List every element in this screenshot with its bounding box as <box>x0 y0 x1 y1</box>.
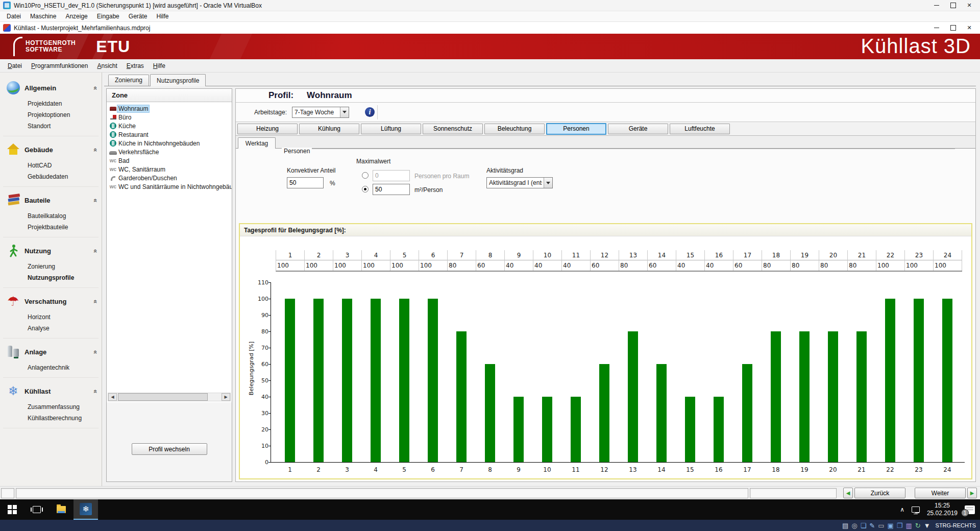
sidebar-item-horizont[interactable]: Horizont <box>28 311 99 323</box>
zone-item-büro[interactable]: Büro <box>108 113 231 122</box>
personen-pro-raum-input[interactable] <box>373 170 410 181</box>
tray-chevron-up-icon[interactable]: ∧ <box>900 506 904 513</box>
app-close-icon[interactable] <box>966 25 973 32</box>
profile-tab-geräte[interactable]: Geräte <box>608 124 668 134</box>
collapse-chevron-icon[interactable]: « <box>92 299 100 303</box>
app-menu-extras[interactable]: Extras <box>122 61 149 70</box>
sidebar-item-hottcad[interactable]: HottCAD <box>28 160 99 171</box>
dropdown-arrow-icon[interactable] <box>544 178 552 188</box>
app-maximize-icon[interactable] <box>949 25 957 32</box>
profile-tab-luftfeuchte[interactable]: Luftfeuchte <box>670 124 730 134</box>
scroll-right-icon[interactable]: ▶ <box>222 393 230 401</box>
vbox-menu-anzeige[interactable]: Anzeige <box>61 12 92 21</box>
zone-item-verkehrsfläche[interactable]: Verkehrsfläche <box>108 148 231 156</box>
menu-arrow-icon[interactable]: ▼ <box>924 522 930 529</box>
vbox-menu-eingabe[interactable]: Eingabe <box>92 12 124 21</box>
sidebar-item-nutzungsprofile[interactable]: Nutzungsprofile <box>28 272 99 283</box>
sidebar-item-zusammenfassung[interactable]: Zusammenfassung <box>28 401 99 413</box>
sidebar-item-anlagentechnik[interactable]: Anlagentechnik <box>28 362 99 373</box>
network-icon[interactable]: ❏ <box>861 522 867 529</box>
sidebar-group-header-nutzung[interactable]: Nutzung« <box>0 243 102 259</box>
aktivitaetsgrad-select[interactable]: Aktivitätsgrad I (entsp <box>486 177 553 188</box>
sidebar-item-zonierung[interactable]: Zonierung <box>28 261 99 272</box>
scroll-left-icon[interactable]: ◀ <box>108 393 117 401</box>
scrollbar-thumb[interactable] <box>118 393 208 401</box>
vbox-maximize-icon[interactable] <box>949 2 957 9</box>
app-minimize-icon[interactable] <box>933 25 940 32</box>
zone-item-restaurant[interactable]: Restaurant <box>108 130 231 139</box>
vbox-minimize-icon[interactable] <box>933 2 940 9</box>
collapse-chevron-icon[interactable]: « <box>92 198 100 202</box>
collapse-chevron-icon[interactable]: « <box>92 86 100 89</box>
profil-wechseln-button[interactable]: Profil wechseln <box>132 443 207 455</box>
next-arrow-icon[interactable]: ▶ <box>967 488 977 498</box>
personen-pro-raum-radio[interactable] <box>362 172 369 179</box>
collapse-chevron-icon[interactable]: « <box>92 389 100 393</box>
profile-tab-personen[interactable]: Personen <box>546 123 606 135</box>
app-menu-hilfe[interactable]: Hilfe <box>149 61 170 70</box>
usb-icon[interactable]: ▥ <box>905 522 912 529</box>
sidebar-group-header-allgemein[interactable]: Allgemein« <box>0 80 102 96</box>
sidebar-item-kühllastberechnung[interactable]: Kühllastberechnung <box>28 413 99 424</box>
sidebar-item-analyse[interactable]: Analyse <box>28 323 99 334</box>
zone-horizontal-scrollbar[interactable]: ◀ ▶ <box>108 393 231 401</box>
zone-item-garderoben-duschen[interactable]: Garderoben/Duschen <box>108 174 231 182</box>
vbox-menu-maschine[interactable]: Maschine <box>26 12 61 21</box>
collapse-chevron-icon[interactable]: « <box>92 350 100 353</box>
profile-tab-heizung[interactable]: Heizung <box>237 124 298 134</box>
zone-item-wc-sanitärraum[interactable]: wcWC, Sanitärraum <box>108 165 231 174</box>
zone-item-wohnraum[interactable]: Wohnraum <box>108 104 231 113</box>
sidebar-item-gebäudedaten[interactable]: Gebäudedaten <box>28 171 99 182</box>
profile-tab-kühlung[interactable]: Kühlung <box>299 124 359 134</box>
pen-icon[interactable]: ✎ <box>869 522 875 529</box>
vbox-menu-hilfe[interactable]: Hilfe <box>152 12 173 21</box>
sidebar-group-header-verschattung[interactable]: ☂Verschattung« <box>0 293 102 309</box>
folder-icon[interactable]: ▭ <box>878 522 884 529</box>
network-tray-icon[interactable] <box>912 506 920 513</box>
sidebar-item-projektbauteile[interactable]: Projektbauteile <box>28 222 99 233</box>
windows-cascade-icon[interactable]: ❐ <box>897 522 903 529</box>
collapse-chevron-icon[interactable]: « <box>92 249 100 252</box>
tab-werktag[interactable]: Werktag <box>238 137 276 149</box>
sidebar-item-standort[interactable]: Standort <box>28 120 99 132</box>
profile-tab-lüftung[interactable]: Lüftung <box>361 124 421 134</box>
dropdown-arrow-icon[interactable] <box>340 107 349 117</box>
collapse-chevron-icon[interactable]: « <box>92 148 100 151</box>
app-menu-datei[interactable]: Datei <box>3 61 27 70</box>
zone-item-wc-und-sanitärräume-in-nichtwohngebäuden[interactable]: wcWC und Sanitärräume in Nichtwohngebäud… <box>108 182 231 191</box>
sidebar-item-projektdaten[interactable]: Projektdaten <box>28 98 99 109</box>
info-button[interactable]: i <box>362 105 378 119</box>
vbox-menu-datei[interactable]: Datei <box>2 12 26 21</box>
harddisk-icon[interactable]: ▤ <box>842 522 848 529</box>
konvektiver-anteil-input[interactable] <box>287 177 324 188</box>
app-menu-programmfunktionen[interactable]: Programmfunktionen <box>27 61 92 70</box>
tab-nutzungsprofile[interactable]: Nutzungsprofile <box>150 74 206 86</box>
notification-center-icon[interactable]: 1 <box>965 505 975 514</box>
shared-clipboard-icon[interactable]: ↻ <box>915 522 921 529</box>
arbeitstage-select[interactable]: 7-Tage Woche <box>292 107 349 118</box>
kuehllast-taskbar-button[interactable]: ❄ <box>74 499 98 520</box>
zone-item-bad[interactable]: wcBad <box>108 156 231 165</box>
vbox-menu-geräte[interactable]: Geräte <box>124 12 152 21</box>
profile-tab-sonnenschutz[interactable]: Sonnenschutz <box>423 124 483 134</box>
taskbar-clock[interactable]: 15:25 25.02.2019 <box>927 502 958 517</box>
display-icon[interactable]: ▣ <box>888 522 894 529</box>
zone-item-küche-in-nichtwohngebäuden[interactable]: Küche in Nichtwohngebäuden <box>108 139 231 148</box>
weiter-button[interactable]: Weiter <box>915 488 966 498</box>
sidebar-group-header-gebäude[interactable]: Gebäude« <box>0 141 102 158</box>
zone-item-küche[interactable]: Küche <box>108 122 231 130</box>
optical-disc-icon[interactable]: ◎ <box>851 522 857 529</box>
m2-pro-person-radio[interactable] <box>362 186 369 192</box>
sidebar-item-projektoptionen[interactable]: Projektoptionen <box>28 109 99 120</box>
file-explorer-button[interactable] <box>49 499 74 520</box>
tab-zonierung[interactable]: Zonierung <box>108 75 149 86</box>
task-view-button[interactable] <box>24 499 49 520</box>
zurueck-button[interactable]: Zurück <box>854 488 905 498</box>
app-menu-ansicht[interactable]: Ansicht <box>92 61 121 70</box>
start-button[interactable] <box>0 499 24 520</box>
sidebar-group-header-anlage[interactable]: Anlage« <box>0 344 102 360</box>
sidebar-group-header-bauteile[interactable]: Bauteile« <box>0 192 102 208</box>
m2-pro-person-input[interactable] <box>373 184 410 195</box>
vbox-close-icon[interactable] <box>966 2 973 9</box>
sidebar-item-bauteilkatalog[interactable]: Bauteilkatalog <box>28 210 99 222</box>
